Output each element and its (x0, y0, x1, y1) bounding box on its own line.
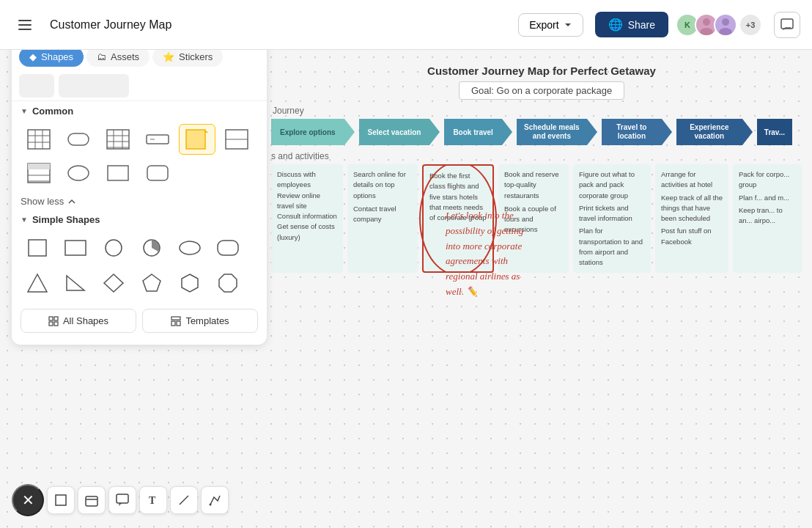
shape-full-table[interactable] (21, 158, 57, 188)
journey-map: Customer Journey Map for Perfect Getaway… (271, 65, 812, 273)
journey-title: Customer Journey Map for Perfect Getaway (271, 65, 812, 77)
svg-rect-22 (186, 130, 205, 149)
callout-tool[interactable] (108, 486, 136, 514)
chevron-down-icon: ▼ (21, 107, 28, 115)
simple-hexagon[interactable] (173, 268, 207, 298)
svg-marker-38 (28, 274, 47, 292)
shape-rounded-rect[interactable] (139, 158, 176, 188)
simple-octagon[interactable] (211, 268, 245, 298)
journey-goal: Goal: Go on a corporate package (459, 81, 624, 100)
shape-rectangle[interactable] (100, 158, 136, 188)
svg-rect-13 (68, 133, 89, 145)
share-button[interactable]: 🌐 Share (595, 12, 668, 37)
globe-icon: 🌐 (608, 18, 623, 32)
close-button[interactable]: ✕ (12, 484, 44, 516)
bottom-buttons: All Shapes Templates (12, 301, 267, 336)
svg-marker-43 (219, 274, 237, 292)
svg-rect-20 (147, 135, 169, 144)
menu-button[interactable] (12, 12, 38, 38)
simple-rect-outline[interactable] (59, 232, 92, 263)
all-shapes-button[interactable]: All Shapes (21, 309, 136, 333)
svg-rect-33 (65, 241, 86, 255)
tab-shapes[interactable]: ◆ Shapes (19, 47, 84, 67)
svg-rect-54 (117, 494, 128, 503)
step-1: Explore options (271, 119, 344, 145)
shapes-tab-icon: ◆ (29, 51, 37, 62)
export-button[interactable]: Export (518, 13, 583, 37)
annotation-text: Let's look into thepossibility of gettin… (446, 208, 563, 300)
text-tool[interactable]: T (139, 486, 167, 514)
svg-point-4 (700, 28, 713, 35)
simple-ellipse[interactable] (173, 232, 207, 263)
svg-point-34 (106, 240, 122, 256)
steps-row: Explore options Select vacation Book tra… (271, 119, 812, 145)
page-title: Customer Journey Map (50, 18, 506, 32)
step-3: Book travel (444, 119, 501, 145)
svg-rect-2 (18, 29, 32, 30)
svg-rect-46 (49, 322, 53, 326)
activity-card-2: Search online for details on top options… (347, 164, 418, 273)
svg-marker-39 (67, 276, 84, 290)
shape-sticky-note[interactable] (179, 124, 215, 155)
simple-triangle[interactable] (21, 268, 54, 298)
avatar-count: +3 (739, 13, 762, 37)
svg-text:T: T (149, 495, 156, 506)
svg-marker-41 (143, 274, 160, 291)
simple-pentagon[interactable] (135, 268, 169, 298)
simple-right-triangle[interactable] (59, 268, 92, 298)
simple-shapes-grid (19, 230, 259, 301)
simple-pie[interactable] (135, 232, 169, 263)
show-less-button[interactable]: Show less (19, 193, 259, 210)
bottom-toolbar: ✕ T (12, 484, 229, 516)
svg-point-5 (722, 18, 729, 26)
header: Customer Journey Map Export 🌐 Share K +3 (0, 0, 812, 50)
frame-tool[interactable] (47, 486, 75, 514)
simple-rounded-rect[interactable] (211, 232, 245, 263)
simple-square[interactable] (21, 232, 54, 263)
simple-shapes-header[interactable]: ▼ Simple Shapes (19, 210, 259, 230)
avatar-q (714, 13, 737, 37)
left-panel: 🔍 📌 ◆ Shapes 🗂 Assets ⭐ Stickers ▼ Commo… (12, 12, 267, 345)
nav-item-1[interactable] (19, 74, 54, 98)
container-tool[interactable] (78, 486, 106, 514)
shape-table-grid[interactable] (21, 124, 57, 155)
svg-rect-7 (781, 19, 793, 29)
shape-input-field[interactable] (139, 124, 176, 155)
svg-rect-32 (29, 240, 46, 256)
activity-card-6: Arrange for activities at hotel Keep tra… (655, 164, 728, 273)
activities-label: s and activities (271, 151, 812, 161)
shape-grid-table2[interactable] (100, 124, 136, 155)
simple-circle[interactable] (97, 232, 130, 263)
line-tool[interactable] (170, 486, 198, 514)
avatar-group: K +3 (680, 13, 762, 37)
svg-rect-0 (18, 20, 32, 21)
simple-shapes-section: ▼ Simple Shapes (12, 210, 267, 301)
svg-rect-26 (28, 164, 50, 169)
step-2: Select vacation (359, 119, 430, 145)
step-7: Trav... (757, 119, 792, 145)
comment-button[interactable] (774, 12, 800, 38)
simple-diamond[interactable] (97, 268, 130, 298)
tab-stickers[interactable]: ⭐ Stickers (152, 47, 223, 67)
tab-assets[interactable]: 🗂 Assets (86, 47, 150, 67)
svg-rect-44 (49, 317, 53, 320)
shape-stadium[interactable] (60, 124, 97, 155)
common-section-header[interactable]: ▼ Common (19, 101, 259, 121)
assets-tab-icon: 🗂 (97, 51, 106, 62)
chevron-down-icon-2: ▼ (21, 216, 28, 224)
svg-line-56 (180, 496, 188, 505)
svg-rect-14 (107, 130, 129, 149)
svg-rect-50 (177, 321, 180, 326)
nav-item-2[interactable] (59, 74, 129, 98)
pen-tool[interactable] (201, 486, 229, 514)
stickers-tab-icon: ⭐ (163, 51, 174, 62)
step-5: Travel to location (602, 119, 662, 145)
activity-card-7: Pack for corpo... group Plan f... and m.… (733, 164, 802, 273)
templates-button[interactable]: Templates (142, 309, 258, 333)
common-section: ▼ Common (12, 101, 267, 210)
shape-horizontal-divider[interactable] (218, 124, 255, 155)
svg-marker-42 (182, 274, 198, 292)
svg-point-29 (68, 166, 89, 180)
shape-ellipse[interactable] (60, 158, 97, 188)
svg-point-3 (703, 18, 710, 26)
